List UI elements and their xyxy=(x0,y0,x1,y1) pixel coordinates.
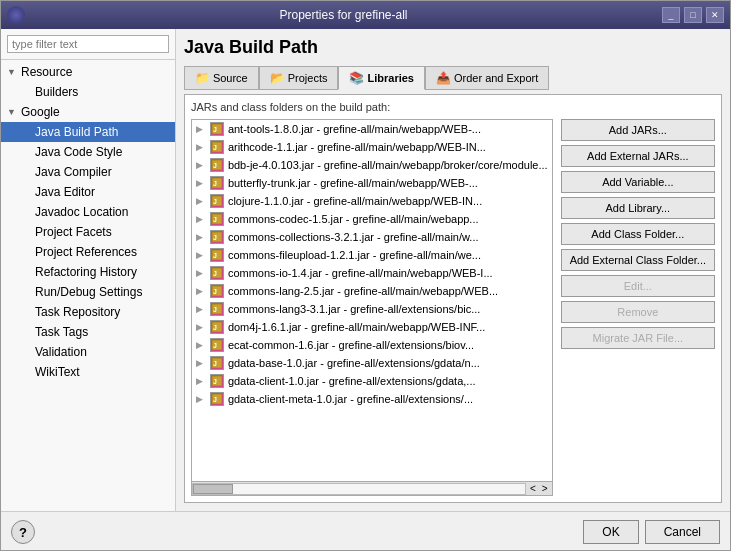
filter-input[interactable] xyxy=(7,35,169,53)
window-controls: _ □ ✕ xyxy=(662,7,724,23)
svg-text:J: J xyxy=(213,126,217,133)
tree-arrow: ▼ xyxy=(7,107,17,117)
svg-text:J: J xyxy=(213,396,217,403)
jar-expand-arrow: ▶ xyxy=(196,196,206,206)
jar-list-item[interactable]: ▶Jcommons-fileupload-1.2.1.jar - grefine… xyxy=(192,246,552,264)
footer: ? OK Cancel xyxy=(1,511,730,550)
sidebar-item-validation[interactable]: Validation xyxy=(1,342,175,362)
jar-list-item[interactable]: ▶Jcommons-codec-1.5.jar - grefine-all/ma… xyxy=(192,210,552,228)
jar-list-item[interactable]: ▶Jbdb-je-4.0.103.jar - grefine-all/main/… xyxy=(192,156,552,174)
jar-expand-arrow: ▶ xyxy=(196,304,206,314)
svg-text:J: J xyxy=(213,306,217,313)
sidebar-item-wikitext[interactable]: WikiText xyxy=(1,362,175,382)
migrate-jar-button: Migrate JAR File... xyxy=(561,327,715,349)
add-library-button[interactable]: Add Library... xyxy=(561,197,715,219)
jar-list-item[interactable]: ▶Jecat-common-1.6.jar - grefine-all/exte… xyxy=(192,336,552,354)
scroll-right[interactable]: > xyxy=(540,483,550,494)
sidebar-item-task-repository[interactable]: Task Repository xyxy=(1,302,175,322)
ok-button[interactable]: OK xyxy=(583,520,638,544)
jar-item-text: gdata-client-1.0.jar - grefine-all/exten… xyxy=(228,375,476,387)
jar-list-item[interactable]: ▶Jgdata-client-1.0.jar - grefine-all/ext… xyxy=(192,372,552,390)
sidebar-item-label: Task Repository xyxy=(35,305,120,319)
sidebar-item-java-compiler[interactable]: Java Compiler xyxy=(1,162,175,182)
sidebar-item-builders[interactable]: Builders xyxy=(1,82,175,102)
jar-list-item[interactable]: ▶Jcommons-io-1.4.jar - grefine-all/main/… xyxy=(192,264,552,282)
cancel-button[interactable]: Cancel xyxy=(645,520,720,544)
scroll-left[interactable]: < xyxy=(528,483,538,494)
sidebar-item-label: Java Editor xyxy=(35,185,95,199)
jar-list-item[interactable]: ▶Jbutterfly-trunk.jar - grefine-all/main… xyxy=(192,174,552,192)
sidebar: ▼ResourceBuilders▼GoogleJava Build PathJ… xyxy=(1,29,176,511)
sidebar-item-javadoc-location[interactable]: Javadoc Location xyxy=(1,202,175,222)
panel-title: Java Build Path xyxy=(184,37,722,58)
minimize-button[interactable]: _ xyxy=(662,7,680,23)
jar-list-item[interactable]: ▶Jgdata-client-meta-1.0.jar - grefine-al… xyxy=(192,390,552,408)
hscroll-track[interactable] xyxy=(192,483,526,495)
sidebar-item-java-editor[interactable]: Java Editor xyxy=(1,182,175,202)
add-external-jars-button[interactable]: Add External JARs... xyxy=(561,145,715,167)
tab-icon-projects: 📂 xyxy=(270,71,285,85)
svg-text:J: J xyxy=(213,360,217,367)
add-class-folder-button[interactable]: Add Class Folder... xyxy=(561,223,715,245)
help-button[interactable]: ? xyxy=(11,520,35,544)
close-button[interactable]: ✕ xyxy=(706,7,724,23)
jar-list[interactable]: ▶Jant-tools-1.8.0.jar - grefine-all/main… xyxy=(192,120,552,481)
jar-list-item[interactable]: ▶Jcommons-lang-2.5.jar - grefine-all/mai… xyxy=(192,282,552,300)
tab-projects[interactable]: 📂Projects xyxy=(259,66,339,90)
horizontal-scrollbar[interactable]: < > xyxy=(192,481,552,495)
properties-window: Properties for grefine-all _ □ ✕ ▼Resour… xyxy=(0,0,731,551)
sidebar-item-run-debug-settings[interactable]: Run/Debug Settings xyxy=(1,282,175,302)
tab-libraries[interactable]: 📚Libraries xyxy=(338,66,424,90)
jar-item-text: ant-tools-1.8.0.jar - grefine-all/main/w… xyxy=(228,123,481,135)
main-panel: Java Build Path 📁Source📂Projects📚Librari… xyxy=(176,29,730,511)
sidebar-item-refactoring-history[interactable]: Refactoring History xyxy=(1,262,175,282)
sidebar-item-label: Validation xyxy=(35,345,87,359)
jar-list-item[interactable]: ▶Jcommons-lang3-3.1.jar - grefine-all/ex… xyxy=(192,300,552,318)
jar-list-item[interactable]: ▶Jgdata-base-1.0.jar - grefine-all/exten… xyxy=(192,354,552,372)
hscroll-thumb[interactable] xyxy=(193,484,233,494)
sidebar-item-resource[interactable]: ▼Resource xyxy=(1,62,175,82)
jar-list-item[interactable]: ▶Jarithcode-1.1.jar - grefine-all/main/w… xyxy=(192,138,552,156)
add-external-class-folder-button[interactable]: Add External Class Folder... xyxy=(561,249,715,271)
jar-list-item[interactable]: ▶Jant-tools-1.8.0.jar - grefine-all/main… xyxy=(192,120,552,138)
sidebar-item-label: Project References xyxy=(35,245,137,259)
tab-source[interactable]: 📁Source xyxy=(184,66,259,90)
tab-label-projects: Projects xyxy=(288,72,328,84)
tab-order-export[interactable]: 📤Order and Export xyxy=(425,66,549,90)
svg-text:J: J xyxy=(213,180,217,187)
jar-item-text: commons-io-1.4.jar - grefine-all/main/we… xyxy=(228,267,493,279)
jar-icon: J xyxy=(210,338,224,352)
add-jars-button[interactable]: Add JARs... xyxy=(561,119,715,141)
sidebar-item-google[interactable]: ▼Google xyxy=(1,102,175,122)
svg-text:J: J xyxy=(213,252,217,259)
jar-item-text: butterfly-trunk.jar - grefine-all/main/w… xyxy=(228,177,478,189)
jar-icon: J xyxy=(210,248,224,262)
sidebar-item-task-tags[interactable]: Task Tags xyxy=(1,322,175,342)
jar-list-item[interactable]: ▶Jclojure-1.1.0.jar - grefine-all/main/w… xyxy=(192,192,552,210)
maximize-button[interactable]: □ xyxy=(684,7,702,23)
sidebar-item-java-build-path[interactable]: Java Build Path xyxy=(1,122,175,142)
jar-icon: J xyxy=(210,266,224,280)
add-variable-button[interactable]: Add Variable... xyxy=(561,171,715,193)
jar-list-item[interactable]: ▶Jdom4j-1.6.1.jar - grefine-all/main/web… xyxy=(192,318,552,336)
jar-list-item[interactable]: ▶Jcommons-collections-3.2.1.jar - grefin… xyxy=(192,228,552,246)
sidebar-item-label: Resource xyxy=(21,65,72,79)
sidebar-item-project-facets[interactable]: Project Facets xyxy=(1,222,175,242)
tabs: 📁Source📂Projects📚Libraries📤Order and Exp… xyxy=(184,66,722,90)
tree-arrow: ▼ xyxy=(7,67,17,77)
jar-icon: J xyxy=(210,176,224,190)
jar-expand-arrow: ▶ xyxy=(196,232,206,242)
edit-button: Edit... xyxy=(561,275,715,297)
jar-expand-arrow: ▶ xyxy=(196,214,206,224)
svg-text:J: J xyxy=(213,144,217,151)
sidebar-item-label: Java Compiler xyxy=(35,165,112,179)
tree-area: ▼ResourceBuilders▼GoogleJava Build PathJ… xyxy=(1,60,175,511)
jar-item-text: commons-codec-1.5.jar - grefine-all/main… xyxy=(228,213,479,225)
titlebar: Properties for grefine-all _ □ ✕ xyxy=(1,1,730,29)
sidebar-item-label: Java Code Style xyxy=(35,145,122,159)
sidebar-item-java-code-style[interactable]: Java Code Style xyxy=(1,142,175,162)
jar-icon: J xyxy=(210,158,224,172)
sidebar-item-project-references[interactable]: Project References xyxy=(1,242,175,262)
window-title: Properties for grefine-all xyxy=(25,8,662,22)
svg-text:J: J xyxy=(213,198,217,205)
